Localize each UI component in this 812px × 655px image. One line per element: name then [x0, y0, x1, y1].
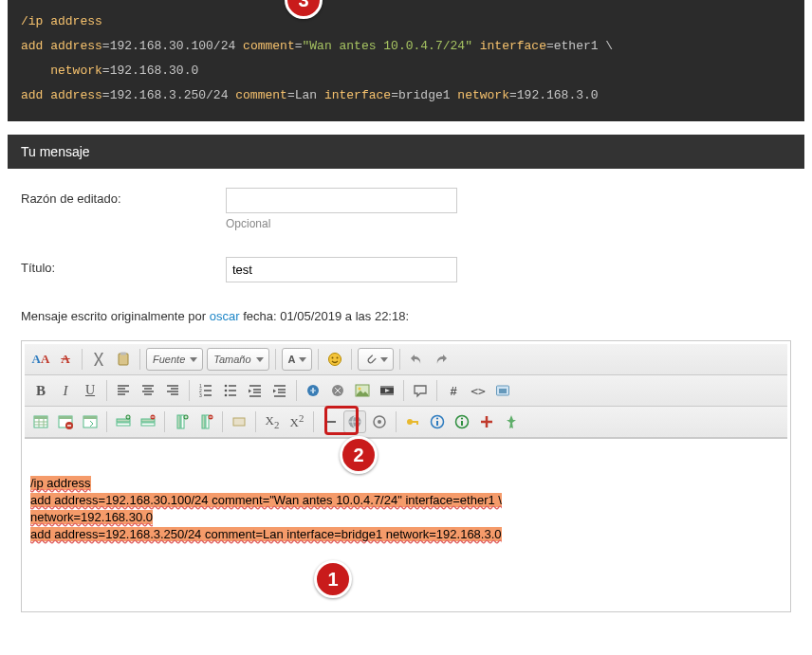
remove-format-button[interactable]: A: [54, 348, 77, 371]
align-left-button[interactable]: [112, 379, 135, 402]
code-line: add address=192.168.30.100/24 comment="W…: [21, 34, 791, 59]
svg-rect-45: [416, 421, 418, 425]
image-button[interactable]: [351, 379, 374, 402]
title-label: Título:: [21, 257, 226, 275]
align-right-button[interactable]: [161, 379, 184, 402]
paste-button[interactable]: [112, 348, 135, 371]
svg-rect-39: [233, 418, 245, 426]
svg-point-14: [359, 388, 361, 391]
svg-rect-36: [202, 415, 205, 428]
original-message-info: Mensaje escrito originalmente por oscar …: [21, 309, 791, 323]
separator-icon: [318, 349, 319, 370]
title-input[interactable]: [226, 257, 457, 282]
attach-select[interactable]: [358, 348, 394, 371]
svg-rect-31: [141, 423, 155, 426]
code-line: network=192.168.30.0: [21, 59, 791, 83]
code-line: add address=192.168.3.250/24 comment=Lan…: [21, 83, 791, 108]
svg-point-3: [331, 357, 333, 359]
align-center-button[interactable]: [137, 379, 159, 402]
table-props-button[interactable]: [79, 410, 102, 433]
screenshot-button[interactable]: [491, 379, 514, 402]
ordered-list-button[interactable]: 123: [194, 379, 217, 402]
editor-content-area[interactable]: /ip address add address=192.168.30.100/2…: [25, 438, 787, 609]
title-row: Título:: [21, 257, 791, 282]
edit-reason-input[interactable]: [226, 188, 457, 213]
plus-button[interactable]: [475, 410, 498, 433]
hash-button[interactable]: #: [442, 379, 465, 402]
edit-reason-row: Razón de editado: Opcional: [21, 188, 791, 230]
source-button[interactable]: <>: [467, 379, 489, 402]
subscript-button[interactable]: X2: [261, 410, 284, 433]
svg-text:3: 3: [199, 392, 202, 398]
svg-rect-23: [59, 416, 72, 419]
col-insert-button[interactable]: [170, 410, 193, 433]
annotation-badge-2: 2: [340, 436, 378, 474]
edit-reason-label: Razón de editado:: [21, 188, 226, 206]
italic-button[interactable]: I: [54, 379, 77, 402]
emoji-button[interactable]: [323, 348, 346, 371]
cut-button[interactable]: [87, 348, 110, 371]
code-line: /ip address: [21, 9, 791, 34]
superscript-button[interactable]: X2: [286, 410, 308, 433]
size-select[interactable]: Tamaño: [207, 348, 268, 371]
svg-rect-0: [119, 354, 128, 365]
outdent-button[interactable]: [244, 379, 267, 402]
edit-reason-hint: Opcional: [226, 217, 457, 230]
svg-rect-28: [117, 423, 130, 426]
section-title: Tu mensaje: [8, 135, 804, 169]
unlink-button[interactable]: [326, 379, 349, 402]
col-delete-button[interactable]: [194, 410, 217, 433]
row-insert-button[interactable]: [112, 410, 135, 433]
svg-rect-1: [120, 353, 126, 355]
annotation-box-2: [324, 406, 359, 435]
svg-point-8: [225, 385, 228, 388]
font-select[interactable]: Fuente: [146, 348, 203, 371]
font-color-select[interactable]: A: [282, 348, 312, 371]
info-green-button[interactable]: [451, 410, 473, 433]
video-button[interactable]: [376, 379, 398, 402]
bold-button[interactable]: B: [29, 379, 52, 402]
editor-text: network=192.168.30.0: [30, 510, 153, 524]
rich-text-editor: AA A Fuente Tamaño A B: [21, 340, 791, 612]
underline-button[interactable]: U: [79, 379, 102, 402]
code-block: /ip address add address=192.168.30.100/2…: [8, 0, 804, 121]
target-button[interactable]: [368, 410, 391, 433]
svg-point-4: [336, 357, 338, 359]
unordered-list-button[interactable]: [219, 379, 242, 402]
link-button[interactable]: [302, 379, 324, 402]
redo-button[interactable]: [430, 348, 452, 371]
annotation-badge-1: 1: [314, 560, 352, 598]
separator-icon: [222, 411, 223, 432]
toolbar-row-2: B I U 123 # <>: [25, 375, 787, 407]
text-color-button[interactable]: AA: [29, 348, 52, 371]
original-user-link[interactable]: oscar: [210, 309, 240, 323]
svg-point-9: [225, 390, 228, 392]
indent-button[interactable]: [268, 379, 291, 402]
editor-text: /ip address: [30, 476, 91, 490]
editor-text: add address=192.168.30.100/24 comment="W…: [30, 493, 502, 507]
editor-text: add address=192.168.3.250/24 comment=Lan…: [30, 527, 502, 541]
separator-icon: [189, 380, 190, 401]
undo-button[interactable]: [405, 348, 428, 371]
svg-point-42: [378, 420, 381, 424]
svg-rect-50: [461, 421, 463, 426]
svg-point-2: [328, 354, 341, 366]
svg-rect-47: [436, 421, 438, 426]
separator-icon: [351, 349, 352, 370]
svg-rect-21: [34, 416, 47, 419]
table-delete-button[interactable]: [54, 410, 77, 433]
table-button[interactable]: [29, 410, 52, 433]
row-delete-button[interactable]: [137, 410, 159, 433]
separator-icon: [403, 380, 404, 401]
separator-icon: [82, 349, 83, 370]
separator-icon: [255, 411, 256, 432]
key-button[interactable]: [401, 410, 424, 433]
quote-button[interactable]: [409, 379, 432, 402]
cell-props-button[interactable]: [228, 410, 250, 433]
separator-icon: [106, 411, 107, 432]
pin-button[interactable]: [500, 410, 523, 433]
code-token: /ip address: [21, 14, 102, 28]
info-button[interactable]: [426, 410, 449, 433]
svg-point-10: [225, 394, 228, 397]
separator-icon: [164, 411, 165, 432]
